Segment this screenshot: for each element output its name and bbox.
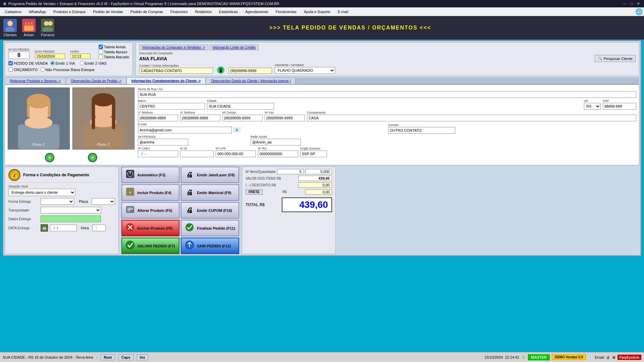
- dados-entrega-input[interactable]: [41, 216, 101, 222]
- pedido-hora[interactable]: [70, 54, 91, 59]
- bairro-input[interactable]: [138, 103, 205, 110]
- btn-alterar-produto[interactable]: Alterar Produto (F5): [121, 202, 180, 219]
- pesquisar-cliente-button[interactable]: 🔍 Pesquisar Cliente: [595, 55, 636, 62]
- complemento-input[interactable]: [307, 115, 636, 121]
- cnpj-input[interactable]: [138, 150, 178, 157]
- rua-input[interactable]: [138, 91, 636, 98]
- placa-select[interactable]: [92, 198, 115, 205]
- btn-excluir-produto[interactable]: Excluir Produto (F6): [121, 220, 180, 236]
- title-bar: 🖥 Programa Pedido de Vendas + Estoque & …: [0, 0, 644, 7]
- buyer-name: ANA FLAVIA: [139, 55, 173, 62]
- tab-info-complementares[interactable]: Informações Complementares do Cliente ->: [126, 77, 206, 84]
- descricao-comprador-label: Descrição do Comprador: [139, 52, 173, 55]
- tab-relacionar[interactable]: Relacionar Produtos e Serviços ->: [5, 77, 66, 84]
- hora-entrega-input[interactable]: [92, 225, 106, 231]
- calendar-icon[interactable]: 📅: [41, 224, 48, 232]
- situacao-label: Situação Atual: [8, 185, 115, 188]
- tab-limite-credito[interactable]: Informação Limite de Crédito: [210, 45, 259, 50]
- toolbar-clientes[interactable]: Clientes: [3, 19, 17, 37]
- skype-input[interactable]: [138, 139, 188, 145]
- forma-entrega-select[interactable]: [41, 198, 74, 205]
- tab-obs-pedido[interactable]: Observações Gerais do Pedido ->: [66, 77, 126, 84]
- menu-ajuda[interactable]: Ajuda e Suporte: [301, 9, 334, 14]
- excluir-icon: [125, 223, 135, 234]
- rede-input[interactable]: [251, 139, 301, 145]
- menu-relatorios[interactable]: Relatórios: [192, 9, 215, 14]
- btn-emitir-matricial[interactable]: 🖨 Emitir Matricial (F9): [181, 184, 239, 201]
- monitor-icon-status: 🖥: [612, 355, 615, 359]
- vendedor-select[interactable]: FLAVIO QUADRADO: [275, 67, 335, 74]
- btn-emitir-jato[interactable]: 🖨 Emitir Jato/Laser (F8): [181, 167, 239, 183]
- btn-incluir-produto[interactable]: + Incluir Produto (F4): [121, 184, 180, 201]
- minimize-button[interactable]: ─: [622, 1, 628, 6]
- ie-input[interactable]: [180, 150, 214, 157]
- cpf-input[interactable]: [216, 150, 256, 157]
- menu-ferramentas[interactable]: Ferramentas: [272, 9, 300, 14]
- fax-input[interactable]: [265, 115, 305, 121]
- contato-addr-input[interactable]: [388, 127, 455, 134]
- placa-label: Placa: [79, 199, 88, 203]
- forma-entrega-label: Forma Entrega: [8, 200, 39, 203]
- menu-whatsapp[interactable]: WhatsApp: [25, 9, 49, 14]
- pedido-data[interactable]: [35, 54, 65, 59]
- rb-emitir2vias[interactable]: Emitir 2 VIAS: [80, 61, 107, 65]
- menu-estatisticas[interactable]: Estatísticas: [216, 9, 241, 14]
- cb-orcamento[interactable]: ORÇAMENTO: [8, 67, 38, 72]
- cidade-label: Cidade: [207, 99, 582, 103]
- cidade-input[interactable]: [207, 103, 274, 110]
- maximize-button[interactable]: □: [629, 1, 634, 6]
- close-button[interactable]: ✕: [635, 1, 641, 6]
- search-icon: 🔍: [598, 56, 602, 61]
- data-entrega-input[interactable]: [50, 225, 77, 231]
- ie-label: Nº IE: [180, 147, 214, 150]
- tab-obs-cliente[interactable]: Observações Gerais do Cliente ( Informaç…: [206, 77, 296, 84]
- menu-cadastros[interactable]: Cadastros: [1, 9, 25, 14]
- cep-input[interactable]: [603, 103, 636, 110]
- toolbar-fornece[interactable]: Fornece: [41, 19, 54, 37]
- contato-input[interactable]: [139, 68, 213, 74]
- svg-point-9: [44, 21, 49, 26]
- rb-nao-processar[interactable]: Não Processar Baixa Estoque: [40, 67, 95, 72]
- menu-pedido-compras[interactable]: Pedido de Compras: [127, 9, 166, 14]
- status-date: 15/10/2024: [484, 355, 503, 359]
- photo2-add-button[interactable]: +: [88, 153, 97, 162]
- frete-rs-label: R$: [282, 190, 287, 194]
- tabs-row: Relacionar Produtos e Serviços -> Observ…: [5, 77, 639, 84]
- menu-produtos[interactable]: Produtos e Estoque: [50, 9, 89, 14]
- cb-tabela-avista[interactable]: Tabela Avista: [99, 45, 129, 49]
- transportador-select[interactable]: [41, 207, 101, 214]
- toolbar-aniver[interactable]: Aniver: [22, 19, 36, 37]
- situacao-select[interactable]: Entrega direto para o cliente: [8, 189, 75, 196]
- tel2-input[interactable]: [180, 115, 220, 121]
- tel1-input[interactable]: [138, 115, 178, 121]
- menu-financeiro[interactable]: Financeiro: [167, 9, 191, 14]
- tab-comprador-vendedor[interactable]: Informações do Comprador e Vendedor ->: [139, 45, 208, 50]
- btn-automatico[interactable]: Automático (F3): [121, 167, 180, 183]
- telefone-input[interactable]: [228, 68, 272, 74]
- finalizar-icon: [185, 223, 194, 234]
- rb-emitir1via[interactable]: Emitir 1 VIA: [50, 61, 75, 65]
- btn-salvar[interactable]: SALVAR PEDIDO (F7): [121, 238, 180, 254]
- uf-select[interactable]: RS: [584, 103, 601, 110]
- svg-rect-5: [31, 24, 33, 26]
- btn-emitir-cupom[interactable]: 🖨 Emitir CUPOM (F10): [181, 202, 239, 219]
- cb-tabela-atacado[interactable]: Tabela Atacado: [99, 55, 129, 59]
- btn-finalizar[interactable]: Finalizar Pedido (F11): [181, 220, 239, 236]
- numero-label: Nº DO PEDIDO: [8, 48, 30, 51]
- cb-tabela-aprazo[interactable]: Tabela Aprazo: [99, 50, 129, 54]
- menu-email[interactable]: E-mail: [334, 9, 352, 14]
- celular-input[interactable]: [222, 115, 263, 121]
- whatsapp-icon[interactable]: 📱: [217, 66, 224, 74]
- btn-sair[interactable]: SAIR PEDIDO (F12): [181, 238, 239, 254]
- rg-input[interactable]: [258, 150, 298, 157]
- photo1-add-button[interactable]: +: [45, 153, 54, 162]
- email-input[interactable]: [138, 127, 232, 133]
- itens-qty: 5,000: [305, 169, 332, 174]
- orgao-input[interactable]: [300, 150, 327, 157]
- cb-pedido-venda[interactable]: PEDIDO DE VENDA: [8, 61, 48, 65]
- menu-pedido-vendas[interactable]: Pedido de Vendas: [90, 9, 126, 14]
- frete-button[interactable]: FRETE: [246, 189, 263, 195]
- email-icon-status: 📧: [588, 355, 593, 359]
- menu-agendamento[interactable]: Agendamento: [242, 9, 272, 14]
- pedido-numero: 8: [8, 52, 30, 59]
